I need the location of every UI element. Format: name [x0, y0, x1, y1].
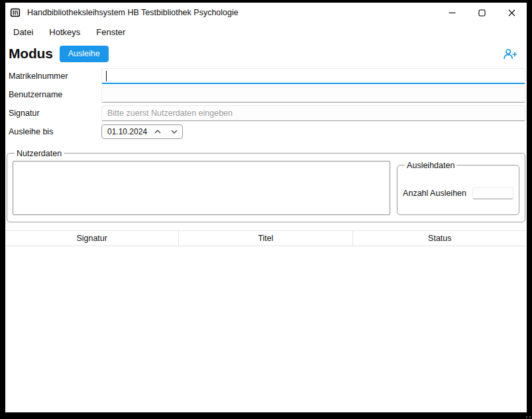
matrikelnummer-row: Matrikelnummer — [5, 67, 527, 85]
add-user-button[interactable] — [502, 47, 519, 61]
nutzerdaten-group-title: Nutzerdaten — [15, 149, 64, 158]
window-title: Handbibliotheksleihsystem HB Testbibliot… — [27, 8, 239, 17]
menubar: Datei Hotkeys Fenster — [5, 23, 527, 41]
minimize-icon — [449, 9, 456, 17]
maximize-icon — [478, 9, 486, 17]
menu-item-hotkeys[interactable]: Hotkeys — [41, 24, 88, 40]
chevron-down-icon — [171, 130, 178, 134]
nutzerdaten-content: Ausleihdaten Anzahl Ausleihen — [13, 161, 519, 215]
text-caret — [106, 71, 107, 81]
signatur-input[interactable] — [101, 105, 525, 121]
anzahl-ausleihen-row: Anzahl Ausleihen — [403, 187, 513, 199]
ausleihe-bis-row: Ausleihe bis 01.10.2024 — [5, 122, 527, 141]
matrikelnummer-input[interactable] — [101, 68, 525, 84]
date-decrement-button[interactable] — [166, 125, 182, 138]
matrikelnummer-label: Matrikelnummer — [9, 71, 101, 81]
resize-grip[interactable] — [525, 414, 531, 418]
ausleihe-bis-label: Ausleihe bis — [9, 127, 101, 136]
nutzerdaten-group: Nutzerdaten Ausleihdaten Anzahl Ausleihe… — [7, 149, 525, 222]
loans-table: Signatur Titel Status — [5, 230, 527, 413]
signatur-row: Signatur — [5, 104, 527, 122]
menu-item-datei[interactable]: Datei — [5, 24, 41, 40]
modus-heading: Modus — [9, 46, 53, 62]
close-icon — [508, 9, 515, 17]
date-increment-button[interactable] — [149, 125, 166, 138]
anzahl-ausleihen-input[interactable] — [472, 187, 513, 199]
maximize-button[interactable] — [467, 3, 497, 23]
column-header-signatur[interactable]: Signatur — [5, 231, 179, 246]
loans-table-header: Signatur Titel Status — [5, 230, 527, 246]
close-button[interactable] — [497, 3, 527, 23]
minimize-button[interactable] — [437, 3, 467, 23]
anzahl-ausleihen-label: Anzahl Ausleihen — [403, 189, 466, 198]
chevron-up-icon — [154, 130, 161, 134]
column-header-status[interactable]: Status — [353, 231, 527, 246]
person-add-icon — [503, 48, 517, 60]
benutzername-label: Benutzername — [9, 90, 101, 99]
ausleihe-bis-value: 01.10.2024 — [102, 127, 149, 136]
menu-item-fenster[interactable]: Fenster — [88, 24, 133, 40]
ausleihdaten-group: Ausleihdaten Anzahl Ausleihen — [397, 161, 519, 215]
app-window: Handbibliotheksleihsystem HB Testbibliot… — [5, 3, 527, 412]
ausleihe-bis-date-picker[interactable]: 01.10.2024 — [101, 124, 183, 139]
benutzername-input[interactable] — [101, 87, 525, 103]
lending-form: Matrikelnummer Benutzername Signatur Aus… — [5, 67, 527, 141]
titlebar[interactable]: Handbibliotheksleihsystem HB Testbibliot… — [5, 3, 527, 23]
ausleihdaten-group-title: Ausleihdaten — [405, 161, 456, 170]
nutzerdaten-textarea[interactable] — [13, 161, 390, 215]
column-header-titel[interactable]: Titel — [179, 231, 352, 246]
loans-table-body — [5, 246, 527, 413]
signatur-label: Signatur — [9, 109, 101, 118]
window-controls — [437, 3, 527, 23]
app-icon — [10, 7, 21, 18]
benutzername-row: Benutzername — [5, 85, 527, 104]
mode-row: Modus Ausleihe — [5, 41, 527, 67]
ausleihe-mode-button[interactable]: Ausleihe — [60, 46, 109, 62]
